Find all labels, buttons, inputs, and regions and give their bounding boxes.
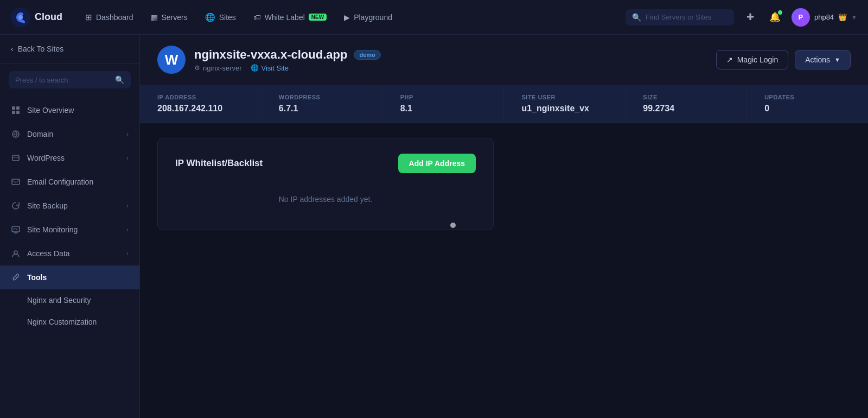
search-input[interactable] — [646, 13, 727, 21]
actions-label: Actions — [805, 55, 830, 64]
stat-value-wp: 6.7.1 — [279, 104, 365, 113]
sidebar-item-email[interactable]: Email Configuration — [0, 170, 139, 194]
back-to-sites[interactable]: ‹ Back To Sites — [0, 35, 139, 64]
svg-rect-5 — [16, 111, 20, 114]
wordpress-icon — [11, 153, 21, 163]
demo-badge: demo — [354, 50, 380, 60]
site-title: nginxsite-vxxa.x-cloud.app — [194, 48, 347, 62]
nav-item-dashboard[interactable]: ⊞ Dashboard — [78, 8, 141, 27]
nav-item-servers[interactable]: ▦ Servers — [143, 9, 195, 26]
nav-item-sites[interactable]: 🌐 Sites — [197, 8, 244, 27]
tools-icon — [11, 273, 21, 282]
chevron-down-icon: ▼ — [834, 56, 840, 63]
stat-label-ip: IP ADDRESS — [157, 94, 244, 100]
add-ip-button[interactable]: Add IP Address — [398, 154, 476, 173]
ip-title: IP Whitelist/Backlist — [175, 158, 263, 169]
main-content: W nginxsite-vxxa.x-cloud.app demo ⚙ ngin… — [140, 35, 868, 418]
sidebar-item-monitoring[interactable]: Site Monitoring › — [0, 218, 139, 242]
back-label: Back To Sites — [18, 45, 64, 53]
visit-site-meta[interactable]: 🌐 Visit Site — [251, 64, 289, 72]
ip-empty-message: No IP addresses added yet. — [175, 184, 476, 214]
sidebar-item-domain[interactable]: Domain › — [0, 122, 139, 146]
site-header: W nginxsite-vxxa.x-cloud.app demo ⚙ ngin… — [140, 35, 868, 85]
sidebar-label-monitoring: Site Monitoring — [27, 225, 78, 234]
app-body: ‹ Back To Sites 🔍 Site Overview Domain › — [0, 35, 868, 418]
monitoring-icon — [11, 225, 21, 235]
logo[interactable]: Cloud — [11, 8, 62, 27]
content-area: IP Whitelist/Backlist Add IP Address No … — [140, 123, 868, 245]
grid-icon: ⊞ — [85, 12, 92, 22]
stat-value-updates: 0 — [764, 104, 851, 113]
site-title-row: nginxsite-vxxa.x-cloud.app demo — [194, 48, 381, 62]
sidebar-label-access-data: Access Data — [27, 249, 70, 258]
stat-label-php: PHP — [400, 94, 487, 100]
sidebar-item-wordpress[interactable]: WordPress › — [0, 146, 139, 170]
svg-rect-10 — [12, 179, 20, 185]
stat-value-user: u1_nginxsite_vx — [521, 104, 608, 113]
actions-button[interactable]: Actions ▼ — [795, 50, 851, 69]
wordpress-logo: W — [157, 46, 186, 74]
sidebar-item-site-overview[interactable]: Site Overview — [0, 98, 139, 122]
email-icon — [11, 177, 21, 187]
server-name: nginx-server — [203, 64, 242, 72]
ip-whitelist-card: IP Whitelist/Backlist Add IP Address No … — [157, 138, 494, 230]
nav-item-playground[interactable]: ▶ Playground — [336, 9, 400, 26]
chevron-right-icon: › — [126, 202, 129, 210]
stat-label-size: SIZE — [643, 94, 729, 100]
sidebar-item-access-data[interactable]: Access Data › — [0, 242, 139, 265]
site-meta: ⚙ nginx-server 🌐 Visit Site — [194, 64, 381, 72]
magic-login-label: Magic Login — [737, 55, 778, 64]
sidebar: ‹ Back To Sites 🔍 Site Overview Domain › — [0, 35, 140, 418]
chevron-left-icon: ‹ — [11, 45, 14, 53]
svg-rect-3 — [16, 106, 20, 110]
stat-site-user: SITE USER u1_nginxsite_vx — [504, 85, 626, 122]
site-header-right: ↗ Magic Login Actions ▼ — [716, 50, 851, 69]
user-menu[interactable]: P php84 👑 ▼ — [792, 8, 857, 27]
nav-label-sites: Sites — [219, 13, 236, 22]
stat-label-updates: UPDATES — [764, 94, 851, 100]
globe-icon: 🌐 — [251, 64, 259, 72]
stat-value-ip: 208.167.242.110 — [157, 104, 244, 113]
visit-site-link[interactable]: Visit Site — [261, 64, 289, 72]
stat-php: PHP 8.1 — [383, 85, 505, 122]
sidebar-menu: Site Overview Domain › WordPress › — [0, 96, 139, 418]
stat-wordpress: WORDPRESS 6.7.1 — [261, 85, 383, 122]
chevron-right-icon: › — [126, 130, 129, 138]
tag-icon: 🏷 — [253, 13, 261, 22]
search-bar[interactable]: 🔍 — [626, 9, 734, 26]
stat-label-user: SITE USER — [521, 94, 608, 100]
add-btn[interactable]: ✚ — [742, 9, 759, 26]
plus-icon: ✚ — [746, 11, 754, 23]
chevron-right-icon: › — [126, 226, 129, 233]
server-icon: ⚙ — [194, 64, 200, 72]
sidebar-item-backup[interactable]: Site Backup › — [0, 194, 139, 218]
svg-point-13 — [14, 251, 17, 254]
stat-value-php: 8.1 — [400, 104, 487, 113]
sidebar-subitem-nginx-security[interactable]: Nginx and Security — [0, 289, 139, 311]
svg-rect-4 — [12, 111, 15, 114]
user-name: php84 — [814, 13, 834, 21]
sidebar-subitem-nginx-custom[interactable]: Nginx Customization — [0, 311, 139, 333]
nav-label-dashboard: Dashboard — [96, 13, 133, 22]
play-icon: ▶ — [344, 13, 350, 22]
chevron-down-icon: ▼ — [851, 14, 857, 21]
svg-point-1 — [18, 15, 23, 20]
ip-header: IP Whitelist/Backlist Add IP Address — [175, 154, 476, 173]
sidebar-search-bar[interactable]: 🔍 — [9, 71, 131, 88]
magic-login-button[interactable]: ↗ Magic Login — [716, 50, 789, 69]
sidebar-item-tools[interactable]: Tools — [0, 265, 139, 289]
server-meta: ⚙ nginx-server — [194, 64, 242, 72]
new-badge: NEW — [309, 14, 327, 21]
nav-label-playground: Playground — [354, 13, 392, 22]
stat-size: SIZE 99.2734 — [626, 85, 747, 122]
nav-item-whitelabel[interactable]: 🏷 White Label NEW — [246, 9, 334, 26]
overview-icon — [11, 105, 21, 115]
topnav: Cloud ⊞ Dashboard ▦ Servers 🌐 Sites 🏷 Wh… — [0, 0, 868, 35]
access-icon — [11, 249, 21, 258]
sidebar-search-input[interactable] — [15, 76, 111, 84]
site-header-left: W nginxsite-vxxa.x-cloud.app demo ⚙ ngin… — [157, 46, 381, 74]
notifications-btn[interactable]: 🔔 — [767, 9, 784, 26]
stat-updates: UPDATES 0 — [747, 85, 868, 122]
stat-value-size: 99.2734 — [643, 104, 729, 113]
nav-label-servers: Servers — [162, 13, 188, 22]
